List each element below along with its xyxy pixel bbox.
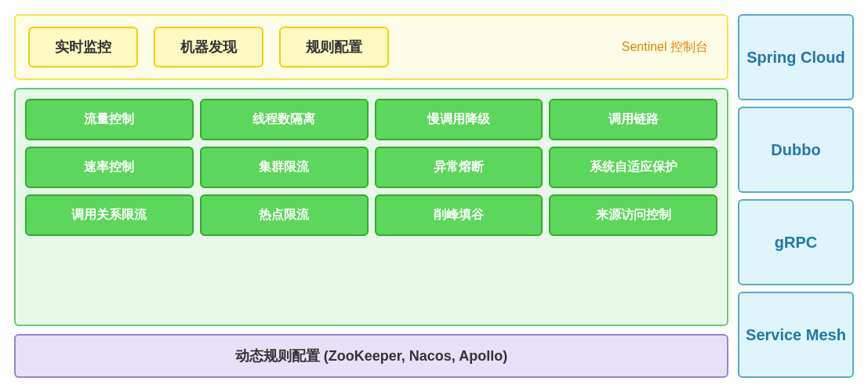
sidebar-grpc: gRPC <box>738 199 854 285</box>
sentinel-boxes: 实时监控 机器发现 规则配置 <box>28 27 622 67</box>
features-row-1: 流量控制 线程数隔离 慢调用降级 调用链路 <box>25 99 717 140</box>
sidebar-service-mesh: Service Mesh <box>738 292 854 378</box>
feature-call-chain: 调用链路 <box>549 99 717 140</box>
feature-rate-control: 速率控制 <box>25 147 194 188</box>
right-sidebar: Spring Cloud Dubbo gRPC Service Mesh <box>738 14 854 378</box>
feature-flow-control: 流量控制 <box>25 99 194 140</box>
sentinel-box-discovery: 机器发现 <box>154 27 263 67</box>
feature-peak-shave: 削峰填谷 <box>375 194 543 236</box>
feature-circuit-break: 异常熔断 <box>375 147 543 188</box>
main-content: 实时监控 机器发现 规则配置 Sentinel 控制台 流量控制 线程数隔离 慢… <box>14 14 728 378</box>
sentinel-box-rules: 规则配置 <box>279 27 389 67</box>
feature-hotspot: 热点限流 <box>200 194 369 236</box>
feature-cluster-limit: 集群限流 <box>200 147 369 188</box>
features-panel: 流量控制 线程数隔离 慢调用降级 调用链路 速率控制 集群限流 异常熔断 系统自… <box>14 88 728 326</box>
sidebar-spring-cloud: Spring Cloud <box>738 14 854 100</box>
feature-call-relation: 调用关系限流 <box>25 194 194 236</box>
feature-thread-isolation: 线程数隔离 <box>200 99 369 140</box>
features-row-3: 调用关系限流 热点限流 削峰填谷 来源访问控制 <box>25 194 717 236</box>
dynamic-rules-panel: 动态规则配置 (ZooKeeper, Nacos, Apollo) <box>14 334 728 378</box>
dynamic-rules-label: 动态规则配置 (ZooKeeper, Nacos, Apollo) <box>235 348 507 364</box>
feature-source-access: 来源访问控制 <box>549 194 717 236</box>
sentinel-box-realtime: 实时监控 <box>28 27 138 67</box>
sentinel-title: Sentinel 控制台 <box>622 39 714 56</box>
sentinel-panel: 实时监控 机器发现 规则配置 Sentinel 控制台 <box>14 14 728 80</box>
feature-slow-call: 慢调用降级 <box>375 99 543 140</box>
features-row-2: 速率控制 集群限流 异常熔断 系统自适应保护 <box>25 147 717 188</box>
sidebar-dubbo: Dubbo <box>738 107 854 193</box>
feature-adaptive-protect: 系统自适应保护 <box>549 147 717 188</box>
